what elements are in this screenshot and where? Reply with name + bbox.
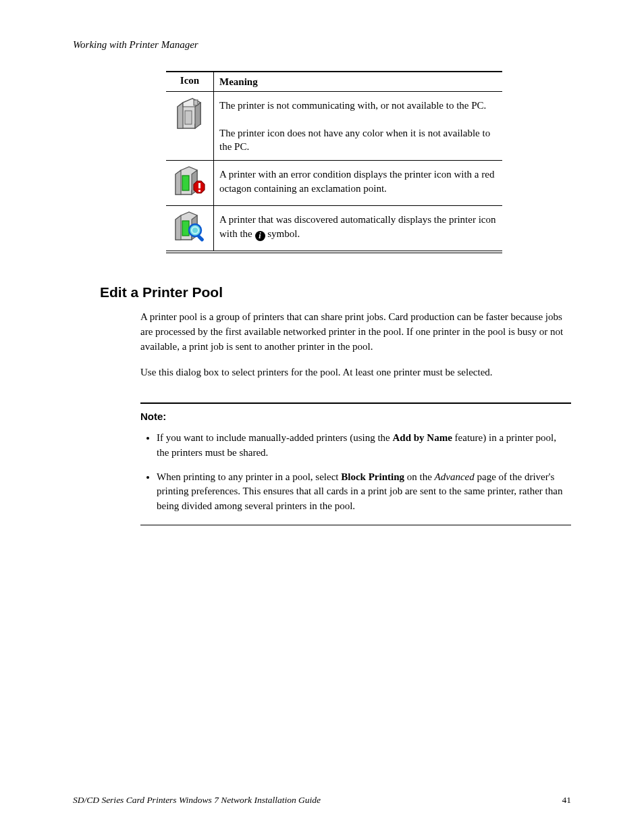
note-item: When printing to any printer in a pool, …: [157, 470, 571, 514]
svg-rect-4: [198, 183, 200, 188]
row-unavailable-desc: The printer is not communicating with, o…: [214, 92, 503, 161]
svg-rect-5: [198, 190, 200, 192]
running-header: Working with Printer Manager: [73, 39, 571, 51]
col-header-meaning: Meaning: [214, 72, 503, 92]
printer-status-icon-table: Icon Meaning The printer is not comm: [166, 71, 502, 253]
svg-rect-2: [182, 176, 189, 190]
note-block: Note: If you want to include manually-ad…: [140, 402, 571, 525]
row-discovered-desc: A printer that was discovered automatica…: [214, 206, 503, 253]
printer-unavailable-icon: [169, 97, 211, 131]
note-item: If you want to include manually-added pr…: [157, 431, 571, 461]
svg-rect-0: [194, 100, 198, 105]
note-label: Note:: [140, 409, 571, 424]
row-error-desc: A printer with an error condition displa…: [214, 161, 503, 206]
section-paragraph: A printer pool is a group of printers th…: [140, 310, 571, 354]
svg-rect-1: [185, 111, 192, 124]
section-title-edit-printer-pool: Edit a Printer Pool: [100, 284, 571, 301]
svg-rect-6: [182, 221, 189, 236]
svg-point-7: [189, 224, 201, 236]
section-paragraph: Use this dialog box to select printers f…: [140, 365, 571, 380]
printer-discovered-icon: [169, 211, 211, 245]
section-body: A printer pool is a group of printers th…: [140, 310, 571, 380]
info-icon: i: [255, 231, 265, 241]
printer-error-icon: [169, 166, 211, 200]
footer-doc-title: SD/CD Series Card Printers Windows 7 Net…: [73, 795, 321, 805]
footer-page-number: 41: [562, 795, 572, 806]
col-header-icon: Icon: [166, 72, 214, 92]
